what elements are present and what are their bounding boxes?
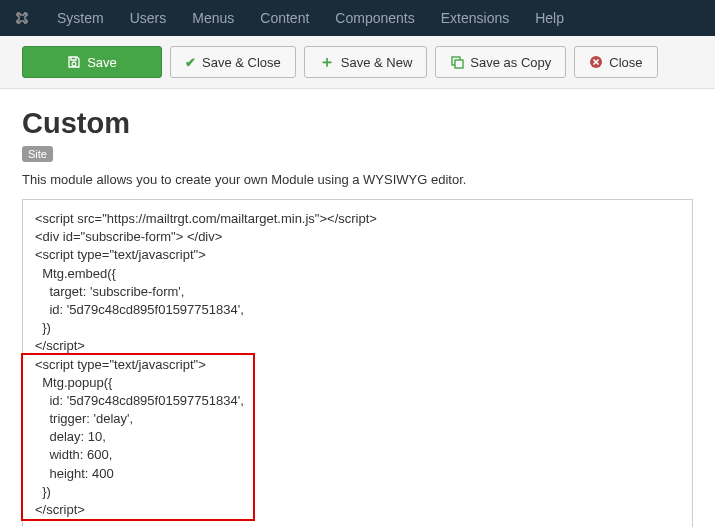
close-label: Close [609, 55, 642, 70]
menu-system[interactable]: System [44, 0, 117, 36]
save-copy-label: Save as Copy [470, 55, 551, 70]
code-line: Mtg.popup({ [35, 374, 680, 392]
save-button[interactable]: Save [22, 46, 162, 78]
editor-textarea[interactable]: <script src="https://mailtrgt.com/mailta… [22, 199, 693, 527]
menu-content[interactable]: Content [247, 0, 322, 36]
code-line: id: '5d79c48cd895f01597751834', [35, 392, 680, 410]
save-close-label: Save & Close [202, 55, 281, 70]
menu-extensions[interactable]: Extensions [428, 0, 522, 36]
code-line: target: 'subscribe-form', [35, 283, 680, 301]
code-line: <script src="https://mailtrgt.com/mailta… [35, 210, 680, 228]
save-new-button[interactable]: ＋ Save & New [304, 46, 428, 78]
code-line: }) [35, 483, 680, 501]
close-button[interactable]: Close [574, 46, 657, 78]
code-line: </script> [35, 501, 680, 519]
copy-icon [450, 55, 464, 69]
code-line: delay: 10, [35, 428, 680, 446]
save-close-button[interactable]: ✔ Save & Close [170, 46, 296, 78]
save-copy-button[interactable]: Save as Copy [435, 46, 566, 78]
content-area: Custom Site This module allows you to cr… [0, 89, 715, 527]
page-title: Custom [22, 107, 693, 140]
joomla-logo-icon[interactable] [8, 10, 36, 26]
site-badge: Site [22, 146, 53, 162]
menu-help[interactable]: Help [522, 0, 577, 36]
code-line: }) [35, 319, 680, 337]
code-line: </script> [35, 337, 680, 355]
code-line: trigger: 'delay', [35, 410, 680, 428]
code-line: <script type="text/javascript"> [35, 246, 680, 264]
menu-menus[interactable]: Menus [179, 0, 247, 36]
menu-users[interactable]: Users [117, 0, 180, 36]
menu-components[interactable]: Components [322, 0, 427, 36]
close-icon [589, 55, 603, 69]
svg-rect-1 [455, 60, 463, 68]
code-line: width: 600, [35, 446, 680, 464]
topbar: System Users Menus Content Components Ex… [0, 0, 715, 36]
code-line: id: '5d79c48cd895f01597751834', [35, 301, 680, 319]
toolbar: Save ✔ Save & Close ＋ Save & New Save as… [0, 36, 715, 89]
code-line: <div id="subscribe-form"> </div> [35, 228, 680, 246]
module-description: This module allows you to create your ow… [22, 172, 693, 187]
save-label: Save [87, 55, 117, 70]
plus-icon: ＋ [319, 52, 335, 73]
code-line: height: 400 [35, 465, 680, 483]
apply-icon [67, 55, 81, 69]
code-line: Mtg.embed({ [35, 265, 680, 283]
code-line: <script type="text/javascript"> [35, 356, 680, 374]
save-new-label: Save & New [341, 55, 413, 70]
check-icon: ✔ [185, 55, 196, 70]
